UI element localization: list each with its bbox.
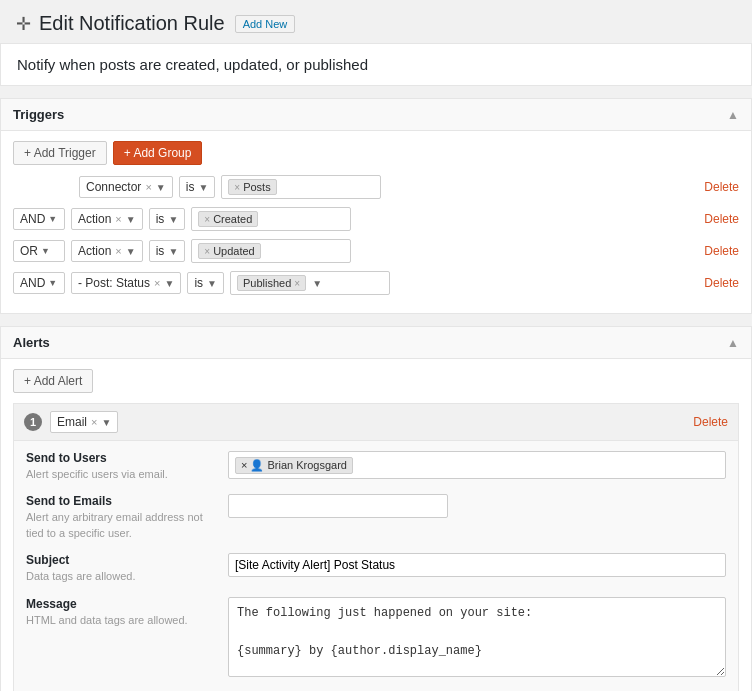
alert-body: Send to Users Alert specific users via e… <box>14 441 738 691</box>
alert-type-arrow[interactable]: ▼ <box>101 417 111 428</box>
action-value-2-input[interactable]: × Created <box>191 207 351 231</box>
message-row: Message HTML and data tags are allowed. … <box>26 597 726 680</box>
add-new-button[interactable]: Add New <box>235 15 296 33</box>
send-to-emails-row: Send to Emails Alert any arbitrary email… <box>26 494 726 541</box>
trigger-row-1-delete[interactable]: Delete <box>704 180 739 194</box>
trigger-row: AND ▼ Action × ▼ is ▼ × Created Delete <box>13 207 739 231</box>
user-tag-remove[interactable]: × <box>241 459 247 471</box>
updated-tag-remove[interactable]: × <box>204 246 210 257</box>
alert-type-select[interactable]: Email × ▼ <box>50 411 118 433</box>
action-operator-2-arrow[interactable]: ▼ <box>168 214 178 225</box>
post-status-value-input[interactable]: Published × ▼ <box>230 271 390 295</box>
alerts-section-label: Alerts <box>13 335 50 350</box>
row3-logic-arrow: ▼ <box>41 246 50 256</box>
subject-desc: Data tags are allowed. <box>26 569 216 584</box>
connector-field-select[interactable]: Connector × ▼ <box>79 176 173 198</box>
published-value-arrow[interactable]: ▼ <box>312 278 322 289</box>
add-trigger-button[interactable]: + Add Trigger <box>13 141 107 165</box>
published-tag: Published × <box>237 275 306 291</box>
triggers-section-body: + Add Trigger + Add Group Connector × ▼ … <box>1 131 751 313</box>
action-operator-3[interactable]: is ▼ <box>149 240 186 262</box>
connector-field-arrow[interactable]: ▼ <box>156 182 166 193</box>
trigger-row-4-delete[interactable]: Delete <box>704 276 739 290</box>
alerts-collapse-icon[interactable]: ▲ <box>727 336 739 350</box>
action-operator-3-arrow[interactable]: ▼ <box>168 246 178 257</box>
triggers-collapse-icon[interactable]: ▲ <box>727 108 739 122</box>
page-subtitle: Notify when posts are created, updated, … <box>0 43 752 86</box>
send-to-users-desc: Alert specific users via email. <box>26 467 216 482</box>
action-field-3-arrow[interactable]: ▼ <box>126 246 136 257</box>
published-tag-remove[interactable]: × <box>294 278 300 289</box>
page-header: ✛ Edit Notification Rule Add New <box>0 0 752 43</box>
trigger-row: Connector × ▼ is ▼ × Posts Delete <box>13 175 739 199</box>
message-label: Message <box>26 597 216 611</box>
posts-tag-remove[interactable]: × <box>234 182 240 193</box>
alert-number: 1 <box>24 413 42 431</box>
subject-label: Subject <box>26 553 216 567</box>
page-title: ✛ Edit Notification Rule <box>16 12 225 35</box>
row3-logic-select[interactable]: OR ▼ <box>13 240 65 262</box>
connector-operator-select[interactable]: is ▼ <box>179 176 216 198</box>
message-desc: HTML and data tags are allowed. <box>26 613 216 628</box>
trigger-row-3-delete[interactable]: Delete <box>704 244 739 258</box>
message-textarea[interactable]: The following just happened on your site… <box>228 597 726 677</box>
user-tag: × 👤 Brian Krogsgard <box>235 457 353 474</box>
created-tag: × Created <box>198 211 258 227</box>
alerts-section-header: Alerts ▲ <box>1 327 751 359</box>
trigger-row: AND ▼ - Post: Status × ▼ is ▼ Published … <box>13 271 739 295</box>
post-status-operator-arrow[interactable]: ▼ <box>207 278 217 289</box>
user-icon: 👤 <box>250 459 264 472</box>
add-alert-button[interactable]: + Add Alert <box>13 369 93 393</box>
trigger-row-2-delete[interactable]: Delete <box>704 212 739 226</box>
alert-delete[interactable]: Delete <box>693 415 728 429</box>
send-to-users-input[interactable]: × 👤 Brian Krogsgard <box>228 451 726 479</box>
alerts-section-body: + Add Alert 1 Email × ▼ Delete Send to U… <box>1 359 751 691</box>
action-field-3-remove[interactable]: × <box>115 245 121 257</box>
send-to-emails-desc: Alert any arbitrary email address not ti… <box>26 510 216 541</box>
created-tag-remove[interactable]: × <box>204 214 210 225</box>
connector-value-tag: × Posts <box>228 179 276 195</box>
action-field-select-2[interactable]: Action × ▼ <box>71 208 143 230</box>
alert-buttons: + Add Alert <box>13 369 739 393</box>
trigger-row: OR ▼ Action × ▼ is ▼ × Updated Delete <box>13 239 739 263</box>
alert-item: 1 Email × ▼ Delete Send to Users Alert s… <box>13 403 739 691</box>
triggers-section-header: Triggers ▲ <box>1 99 751 131</box>
connector-value-input[interactable]: × Posts <box>221 175 381 199</box>
action-operator-2[interactable]: is ▼ <box>149 208 186 230</box>
row4-logic-select[interactable]: AND ▼ <box>13 272 65 294</box>
action-field-2-remove[interactable]: × <box>115 213 121 225</box>
row4-logic-arrow: ▼ <box>48 278 57 288</box>
add-group-button[interactable]: + Add Group <box>113 141 203 165</box>
post-status-operator[interactable]: is ▼ <box>187 272 224 294</box>
action-field-select-3[interactable]: Action × ▼ <box>71 240 143 262</box>
connector-operator-arrow[interactable]: ▼ <box>198 182 208 193</box>
action-field-2-arrow[interactable]: ▼ <box>126 214 136 225</box>
connector-field-remove[interactable]: × <box>145 181 151 193</box>
row2-logic-arrow: ▼ <box>48 214 57 224</box>
action-value-3-input[interactable]: × Updated <box>191 239 351 263</box>
plus-icon: ✛ <box>16 13 31 35</box>
send-to-users-row: Send to Users Alert specific users via e… <box>26 451 726 482</box>
subject-input[interactable] <box>228 553 726 577</box>
triggers-section-label: Triggers <box>13 107 64 122</box>
post-status-field-arrow[interactable]: ▼ <box>164 278 174 289</box>
subject-row: Subject Data tags are allowed. <box>26 553 726 584</box>
send-to-users-label: Send to Users <box>26 451 216 465</box>
send-to-emails-input[interactable] <box>228 494 448 518</box>
alert-type-remove[interactable]: × <box>91 416 97 428</box>
updated-tag: × Updated <box>198 243 260 259</box>
triggers-section: Triggers ▲ + Add Trigger + Add Group Con… <box>0 98 752 314</box>
send-to-emails-label: Send to Emails <box>26 494 216 508</box>
alert-item-header: 1 Email × ▼ Delete <box>14 404 738 441</box>
post-status-field-remove[interactable]: × <box>154 277 160 289</box>
trigger-buttons: + Add Trigger + Add Group <box>13 141 739 165</box>
row2-logic-select[interactable]: AND ▼ <box>13 208 65 230</box>
alerts-section: Alerts ▲ + Add Alert 1 Email × ▼ Delete <box>0 326 752 691</box>
post-status-field-select[interactable]: - Post: Status × ▼ <box>71 272 181 294</box>
